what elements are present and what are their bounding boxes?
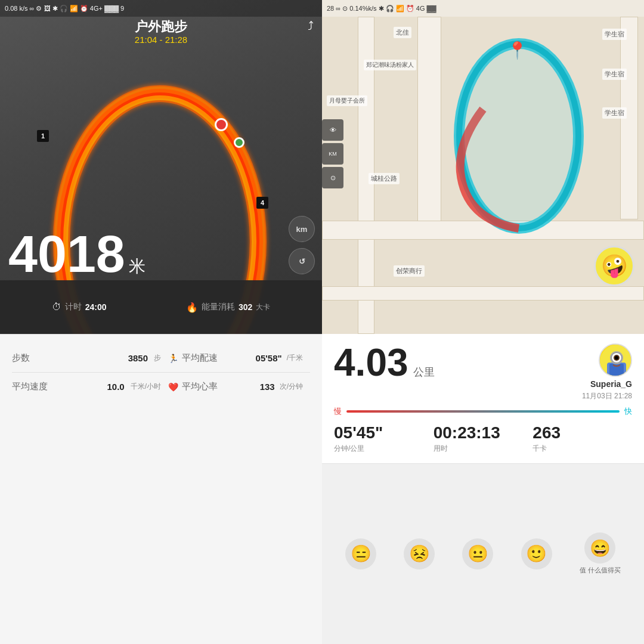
waypoint-4: 4 bbox=[256, 197, 268, 209]
avg-speed-label: 平均速度 bbox=[12, 381, 48, 392]
target-button[interactable]: ⊙ bbox=[322, 167, 343, 188]
reaction-3[interactable]: 😐 bbox=[462, 538, 493, 569]
stat-block-pace-value: 05'45" bbox=[334, 424, 383, 442]
reaction-emoji-5: 😄 bbox=[584, 532, 615, 564]
share-button[interactable]: ⤴ bbox=[308, 19, 314, 33]
map-label-1: 北佳 bbox=[394, 27, 411, 38]
steps-label: 步数 bbox=[12, 352, 48, 364]
avg-pace-value: 05'58" bbox=[256, 353, 282, 363]
left-panel: 0.08 k/s ∞ ⚙ 🖼 ✱ 🎧 📶 ⏰ 4G+ ▓▓▓ 9 户外跑步 21… bbox=[0, 0, 322, 334]
map-label-8: 创荣商行 bbox=[394, 265, 425, 277]
reaction-4[interactable]: 🙂 bbox=[521, 538, 552, 569]
steps-value: 3850 bbox=[128, 353, 148, 363]
reaction-1[interactable]: 😑 bbox=[345, 538, 376, 569]
distance-unit: 米 bbox=[129, 257, 145, 275]
avg-hr-row: ❤️ 平均心率 133 次/分钟 bbox=[161, 373, 310, 401]
map-label-4: 学生宿 bbox=[602, 29, 627, 40]
reaction-label-5: 值 什么值得买 bbox=[580, 566, 621, 575]
timer-value: 24:00 bbox=[85, 302, 107, 312]
stat-block-pace-label: 分钟/公里 bbox=[334, 444, 364, 454]
stat-block-time: 00:23:13 用时 bbox=[434, 424, 533, 454]
run-distance-number: 4.03 bbox=[334, 343, 408, 382]
pace-bar-track bbox=[346, 410, 620, 413]
energy-value: 302 bbox=[239, 302, 252, 312]
run-distance: 4.03 公里 bbox=[334, 343, 435, 382]
distance-number: 4018 bbox=[8, 224, 125, 283]
activity-time: 21:04 - 21:28 bbox=[0, 35, 322, 45]
stat-block-cal-label: 千卡 bbox=[532, 444, 547, 454]
bottom-right-panel: 4.03 公里 bbox=[322, 334, 644, 644]
end-dot bbox=[215, 118, 228, 131]
stat-block-cal-value: 263 bbox=[532, 424, 561, 442]
status-bar-right: 28 ∞ ⊙ 0.14%k/s ✱ 🎧 📶 ⏰ 4G ▓▓ bbox=[322, 0, 644, 17]
map-label-3: 月母婴子会所 bbox=[327, 95, 367, 106]
user-avatar: 🤪 bbox=[594, 246, 634, 286]
reaction-emoji-1: 😑 bbox=[345, 538, 376, 569]
km-map-button[interactable]: KM bbox=[322, 143, 343, 165]
map-pin: 📍 bbox=[507, 41, 528, 60]
svg-point-6 bbox=[464, 48, 574, 224]
map-label-2: 郑记潮味汤粉家人 bbox=[364, 60, 416, 70]
waypoint-1: 1 bbox=[37, 130, 49, 142]
stats-grid: 步数 3850 步 🏃 平均配速 05'58" /千米 平均速度 10.0 千米… bbox=[12, 344, 310, 401]
status-bar-left: 0.08 k/s ∞ ⚙ 🖼 ✱ 🎧 📶 ⏰ 4G+ ▓▓▓ 9 bbox=[0, 0, 322, 17]
pace-label-slow: 慢 bbox=[334, 406, 342, 417]
avg-speed-row: 平均速度 10.0 千米/小时 bbox=[12, 373, 161, 401]
run-distance-unit: 公里 bbox=[413, 365, 435, 379]
refresh-button[interactable]: ↺ bbox=[289, 248, 315, 274]
map-background: 28 ∞ ⊙ 0.14%k/s ✱ 🎧 📶 ⏰ 4G ▓▓ 📍 bbox=[322, 0, 644, 334]
steps-row: 步数 3850 步 bbox=[12, 344, 161, 373]
activity-title: 户外跑步 bbox=[0, 18, 322, 36]
run-avatar bbox=[599, 343, 632, 377]
energy-unit: 大卡 bbox=[256, 302, 270, 312]
timer-stat: ⏱ 计时 24:00 bbox=[52, 302, 107, 312]
run-date: 11月03日 21:28 bbox=[582, 391, 632, 401]
run-stats-section: 4.03 公里 bbox=[322, 334, 644, 463]
timer-label: 计时 bbox=[65, 302, 82, 312]
start-dot bbox=[234, 137, 244, 148]
map-label-6: 学生宿 bbox=[602, 107, 627, 119]
avg-pace-unit: /千米 bbox=[287, 353, 303, 363]
reaction-emoji-4: 🙂 bbox=[521, 538, 552, 569]
avg-hr-unit: 次/分钟 bbox=[280, 382, 303, 392]
map-controls: km ↺ bbox=[289, 216, 315, 274]
stats-bar: ⏱ 计时 24:00 🔥 能量消耗 302 大卡 bbox=[0, 280, 322, 334]
km-button[interactable]: km bbox=[289, 216, 315, 242]
three-stats: 05'45" 分钟/公里 00:23:13 用时 263 千卡 bbox=[334, 419, 632, 459]
reaction-emoji-3: 😐 bbox=[462, 538, 493, 569]
stat-block-time-label: 用时 bbox=[434, 444, 448, 454]
steps-unit: 步 bbox=[154, 353, 161, 363]
right-panel: 28 ∞ ⊙ 0.14%k/s ✱ 🎧 📶 ⏰ 4G ▓▓ 📍 bbox=[322, 0, 644, 334]
energy-stat: 🔥 能量消耗 302 大卡 bbox=[186, 302, 270, 313]
avg-hr-label: 平均心率 bbox=[182, 381, 218, 392]
stat-block-pace: 05'45" 分钟/公里 bbox=[334, 424, 434, 454]
avg-pace-row: 🏃 平均配速 05'58" /千米 bbox=[161, 344, 310, 373]
avg-hr-value: 133 bbox=[260, 382, 275, 392]
reaction-5[interactable]: 😄 值 什么值得买 bbox=[580, 532, 621, 575]
energy-label: 能量消耗 bbox=[202, 302, 235, 312]
map-label-5: 学生宿 bbox=[602, 69, 627, 80]
status-icons-right: 28 ∞ ⊙ 0.14%k/s ✱ 🎧 📶 ⏰ 4G ▓▓ bbox=[327, 5, 436, 13]
avg-speed-value: 10.0 bbox=[107, 382, 124, 392]
stat-block-cal: 263 千卡 bbox=[532, 424, 632, 454]
status-icons-left: 0.08 k/s ∞ ⚙ 🖼 ✱ 🎧 📶 ⏰ 4G+ ▓▓▓ 9 bbox=[5, 5, 124, 13]
avg-pace-label: 平均配速 bbox=[182, 352, 218, 364]
run-user-info: Superia_G 11月03日 21:28 bbox=[582, 343, 632, 401]
map-side-controls: 👁 KM ⊙ bbox=[322, 119, 343, 188]
run-main-row: 4.03 公里 bbox=[334, 343, 632, 401]
pace-label-fast: 快 bbox=[624, 406, 632, 417]
avg-speed-unit: 千米/小时 bbox=[131, 382, 161, 392]
stat-block-time-value: 00:23:13 bbox=[434, 424, 500, 442]
reaction-bar[interactable]: 😑 😣 😐 🙂 😄 值 什么值得买 bbox=[322, 464, 644, 644]
eye-button[interactable]: 👁 bbox=[322, 119, 343, 141]
bottom-left-stats: 步数 3850 步 🏃 平均配速 05'58" /千米 平均速度 10.0 千米… bbox=[0, 334, 322, 644]
distance-display: 4018米 bbox=[8, 228, 145, 280]
reaction-emoji-2: 😣 bbox=[404, 538, 435, 569]
pace-bar-section: 慢 快 bbox=[334, 406, 632, 417]
svg-point-13 bbox=[615, 356, 618, 360]
map-label-7: 城桂公路 bbox=[369, 173, 400, 184]
timer-icon: ⏱ bbox=[52, 302, 61, 312]
run-username: Superia_G bbox=[590, 379, 632, 389]
reaction-2[interactable]: 😣 bbox=[404, 538, 435, 569]
energy-icon: 🔥 bbox=[186, 302, 198, 313]
